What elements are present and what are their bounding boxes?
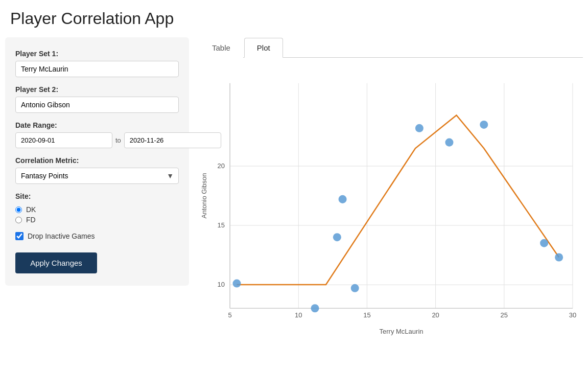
svg-text:Antonio Gibson: Antonio Gibson [200, 173, 208, 219]
site-fd-option[interactable]: FD [15, 216, 179, 224]
site-dk-radio[interactable] [15, 206, 22, 213]
svg-text:15: 15 [218, 221, 225, 229]
svg-text:5: 5 [228, 311, 231, 319]
svg-point-30 [540, 239, 548, 247]
tab-plot[interactable]: Plot [244, 38, 283, 58]
date-from-input[interactable] [15, 132, 112, 148]
correlation-metric-field: Correlation Metric: Fantasy Points Point… [15, 156, 179, 184]
date-range-label: Date Range: [15, 121, 179, 129]
apply-changes-button[interactable]: Apply Changes [15, 252, 97, 273]
svg-text:20: 20 [432, 311, 439, 319]
site-dk-option[interactable]: DK [15, 205, 179, 214]
svg-text:10: 10 [218, 281, 225, 288]
site-fd-radio[interactable] [15, 217, 22, 223]
content-area: Table Plot [199, 37, 583, 349]
svg-text:25: 25 [501, 311, 508, 319]
svg-point-31 [555, 253, 563, 262]
tab-table[interactable]: Table [199, 38, 243, 58]
drop-inactive-games-checkbox[interactable] [15, 232, 23, 240]
svg-point-22 [232, 280, 241, 288]
site-field: Site: DK FD [15, 192, 179, 224]
drop-inactive-games-label: Drop Inactive Games [28, 232, 95, 240]
site-label: Site: [15, 192, 179, 200]
svg-text:10: 10 [295, 311, 302, 319]
player-set-1-label: Player Set 1: [15, 50, 179, 58]
date-range-field: Date Range: to [15, 121, 179, 148]
chart-area: 10 15 20 5 10 15 20 25 30 Antonio Gibson… [199, 63, 583, 349]
svg-point-28 [445, 138, 453, 147]
site-dk-label: DK [26, 205, 36, 214]
chart-svg: 10 15 20 5 10 15 20 25 30 Antonio Gibson… [199, 63, 583, 349]
svg-text:Terry McLaurin: Terry McLaurin [380, 328, 424, 335]
tabs: Table Plot [199, 37, 583, 58]
drop-inactive-games-row[interactable]: Drop Inactive Games [15, 232, 179, 240]
svg-point-26 [351, 284, 359, 292]
date-separator: to [115, 136, 121, 144]
svg-point-29 [480, 121, 488, 129]
svg-text:15: 15 [363, 311, 370, 319]
svg-point-24 [333, 233, 341, 241]
site-fd-label: FD [26, 216, 36, 224]
svg-text:30: 30 [569, 311, 576, 319]
sidebar: Player Set 1: Player Set 2: Date Range: … [5, 37, 189, 286]
svg-point-23 [311, 304, 319, 312]
player-set-1-input[interactable] [15, 61, 179, 77]
svg-text:20: 20 [218, 162, 225, 170]
correlation-metric-label: Correlation Metric: [15, 156, 179, 165]
plot-container: 10 15 20 5 10 15 20 25 30 Antonio Gibson… [199, 58, 583, 349]
svg-point-27 [415, 124, 424, 132]
player-set-2-input[interactable] [15, 97, 179, 113]
player-set-2-field: Player Set 2: [15, 85, 179, 113]
app-title: Player Correlation App [0, 0, 588, 37]
player-set-1-field: Player Set 1: [15, 50, 179, 77]
correlation-metric-select[interactable]: Fantasy Points Points Assists Rebounds [15, 168, 179, 184]
svg-point-25 [339, 195, 347, 203]
player-set-2-label: Player Set 2: [15, 85, 179, 94]
